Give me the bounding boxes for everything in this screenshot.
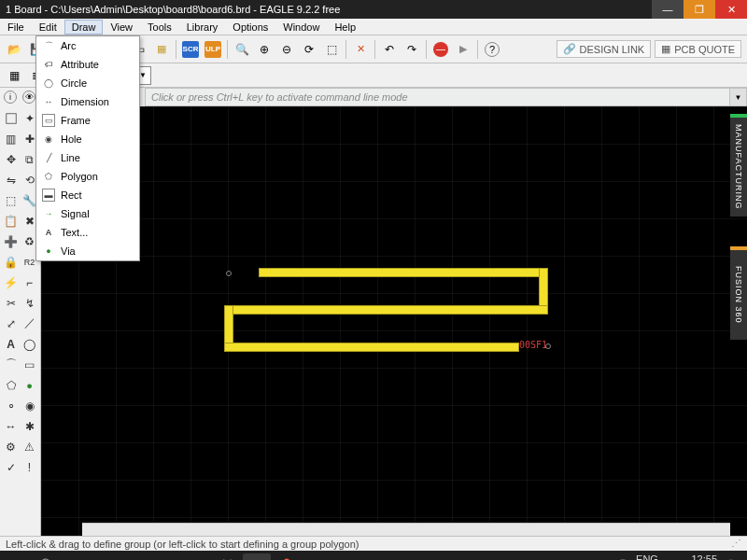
tool-hole[interactable]: ◉ [21,396,38,415]
draw-menu-line[interactable]: ╱Line [36,148,139,167]
stop-button[interactable]: — [430,39,451,60]
library-button[interactable]: ▦ [151,39,172,60]
tool-ripup[interactable]: ⤢ [2,314,20,333]
draw-menu-polygon[interactable]: ⬠Polygon [36,167,139,186]
ulp-button[interactable]: ULP [203,39,223,60]
tool-ratsnest[interactable]: ✱ [21,416,38,436]
zoom-out-button[interactable]: ⊖ [276,39,297,60]
separator [374,40,375,59]
trace-segment[interactable] [224,305,548,315]
menu-window[interactable]: Window [275,20,327,35]
tool-circle[interactable]: ◯ [21,334,38,354]
fusion360-panel-tab[interactable]: FUSION 360 [730,246,747,340]
tool-erc[interactable]: ⚠ [21,437,38,456]
tool-paste[interactable]: 📋 [2,211,20,231]
separator [176,40,176,59]
task-view-button[interactable]: ▭ [63,553,92,560]
zoom-select-button[interactable]: ⬚ [321,39,342,60]
taskbar-firefox[interactable]: 🦊 [213,553,241,560]
tool-polygon[interactable]: ⬠ [2,375,20,395]
signal-icon: → [42,207,55,220]
horizontal-scrollbar[interactable] [82,523,730,536]
frame-icon: ▭ [42,114,55,127]
search-button[interactable]: 🔍 [34,553,62,560]
window-maximize-button[interactable]: ❐ [684,0,715,19]
menu-library[interactable]: Library [179,20,226,35]
trace-segment[interactable] [224,343,519,352]
tool-drc[interactable]: ✓ [2,457,20,477]
taskbar-mail[interactable]: ✉ [153,553,181,560]
taskbar-store[interactable]: 🛍 [123,553,151,560]
draw-menu-text[interactable]: AText... [36,223,139,242]
command-history-button[interactable]: ▼ [730,88,747,106]
manufacturing-panel-tab[interactable]: MANUFACTURING [730,114,747,217]
info-icon[interactable]: i [4,91,17,104]
tool-add[interactable]: ➕ [2,231,20,251]
zoom-fit-button[interactable]: 🔍 [232,39,252,60]
tool-info[interactable] [2,108,20,128]
design-link-button[interactable]: 🔗DESIGN LINK [557,40,652,58]
tray-lang1[interactable]: ENG [636,554,658,560]
taskbar-app[interactable]: 📍 [273,553,301,560]
undo-button[interactable]: ↶ [379,39,400,60]
tool-signal[interactable]: ⚬ [2,396,20,415]
tool-mirror[interactable]: ⇋ [2,170,20,189]
scr-button[interactable]: SCR [180,39,201,60]
start-button[interactable]: ⊞ [4,553,32,560]
draw-menu-rect[interactable]: ▬Rect [36,186,139,204]
zoom-in-button[interactable]: ⊕ [254,39,275,60]
window-minimize-button[interactable]: — [652,0,684,19]
tray-time[interactable]: 12:55 [691,554,717,560]
menu-tools[interactable]: Tools [140,20,179,35]
draw-menu-attribute[interactable]: 🏷Attribute [36,55,139,74]
help-button[interactable]: ? [482,39,502,60]
tool-lock[interactable]: 🔒 [2,252,20,272]
draw-menu-arc[interactable]: ⌒Arc [36,36,139,55]
redo-button[interactable]: ↷ [402,39,422,60]
tool-layer[interactable]: ▥ [2,129,20,148]
go-button[interactable]: ▶ [453,39,473,60]
menu-help[interactable]: Help [327,20,363,35]
tool-line[interactable]: ／ [21,314,38,333]
via-endpoint[interactable] [226,271,232,276]
draw-menu-hole[interactable]: ◉Hole [36,130,139,148]
pcb-quote-button[interactable]: ▦PCB QUOTE [655,40,741,58]
trace-segment[interactable] [259,268,548,277]
draw-menu-dimension[interactable]: ↔Dimension [36,92,139,111]
menu-draw[interactable]: Draw [64,20,104,35]
tool-route[interactable]: ↯ [21,293,38,313]
menu-view[interactable]: View [103,20,140,35]
tool-group[interactable]: ⬚ [2,190,20,210]
tool-split[interactable]: ✂ [2,293,20,313]
tool-move[interactable]: ✥ [2,149,20,169]
menu-file[interactable]: File [0,20,32,35]
draw-menu-frame[interactable]: ▭Frame [36,111,139,130]
open-button[interactable]: 📂 [4,39,24,60]
draw-menu-circle[interactable]: ◯Circle [36,74,139,92]
tool-text[interactable]: A [2,334,20,354]
tool-rect[interactable]: ▭ [21,355,38,374]
tool-via[interactable]: ● [21,375,38,395]
eye-icon[interactable]: 👁 [22,91,35,104]
cross-button[interactable]: ✕ [350,39,371,60]
tool-errors[interactable]: ! [21,457,38,477]
taskbar-settings[interactable]: ⚙ [183,553,211,560]
draw-menu-signal[interactable]: →Signal [36,204,139,223]
board-canvas[interactable]: 00SF1 MANUFACTURING FUSION 360 [41,106,747,536]
taskbar-explorer[interactable]: 📁 [93,553,121,560]
menu-options[interactable]: Options [225,20,275,35]
command-line-input[interactable]: Click or press Ctrl+L key to activate co… [145,88,730,106]
tool-auto[interactable]: ⚙ [2,437,20,456]
tool-dimension[interactable]: ↔ [2,416,20,436]
zoom-redraw-button[interactable]: ⟳ [299,39,319,60]
status-text: Left-click & drag to define group (or le… [6,539,359,550]
taskbar-eagle[interactable]: E [243,553,271,560]
tool-miter[interactable]: ⌐ [21,273,38,292]
resize-gripper[interactable]: ⋰ [731,538,741,550]
tool-arc[interactable]: ⌒ [2,355,20,374]
tool-smash[interactable]: ⚡ [2,273,20,292]
window-close-button[interactable]: ✕ [715,0,747,19]
grid-button[interactable]: ▦ [4,65,24,86]
draw-menu-via[interactable]: ●Via [36,242,139,260]
menu-edit[interactable]: Edit [32,20,64,35]
